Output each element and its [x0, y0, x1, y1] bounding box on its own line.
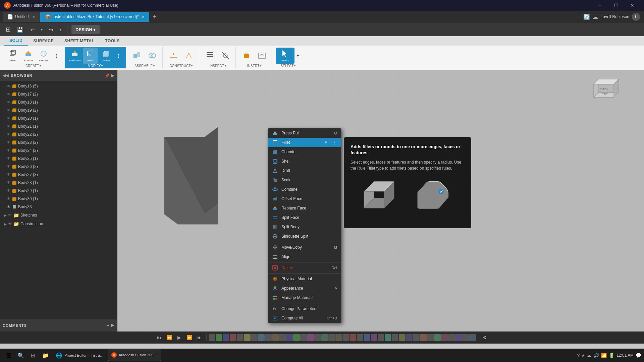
tab-sheet-metal[interactable]: SHEET METAL — [59, 36, 100, 46]
expand-icon[interactable]: ▶ — [4, 214, 7, 217]
timeline-item[interactable] — [279, 334, 286, 341]
tab-maze[interactable]: 📦 Instructables Maze Box Tutorial (v1~re… — [40, 12, 149, 22]
eye-icon[interactable]: 👁 — [8, 222, 12, 226]
expand-tray-icon[interactable]: ∧ — [582, 353, 585, 358]
eye-icon[interactable]: 👁 — [7, 204, 11, 209]
taskbar-item-browser[interactable]: 🌐 Project Editor – Instruc... — [52, 349, 108, 361]
eye-icon[interactable]: 👁 — [7, 196, 11, 201]
list-item[interactable]: 👁 Body24 (2) — [0, 146, 117, 155]
timeline-item[interactable] — [335, 334, 342, 341]
help-icon[interactable]: ? — [577, 353, 580, 358]
menu-item-chamfer[interactable]: Chamfer — [268, 147, 341, 157]
timeline-item[interactable] — [427, 334, 434, 341]
construct-btn2[interactable] — [181, 48, 196, 64]
insert-btn1[interactable] — [239, 48, 254, 64]
settings-icon[interactable]: ⚙ — [480, 333, 490, 342]
assemble-btn2[interactable] — [145, 48, 160, 64]
list-item[interactable]: 👁 Body22 (2) — [0, 130, 117, 138]
timeline-next[interactable]: ⏩ — [185, 333, 194, 342]
minimize-button[interactable]: − — [592, 0, 608, 11]
sketches-folder[interactable]: ▶ 👁 📁 Sketches — [0, 211, 117, 220]
construct-group-label[interactable]: CONSTRUCT▾ — [170, 64, 193, 68]
insert-btn2[interactable] — [255, 48, 269, 64]
timeline-item[interactable] — [462, 334, 469, 341]
view-cube[interactable]: BACK TOP — [584, 74, 624, 108]
timeline-item[interactable] — [300, 334, 307, 341]
undo-button[interactable]: ↩ — [27, 24, 38, 35]
timeline-item[interactable] — [223, 334, 229, 341]
more-modify-btn[interactable] — [114, 48, 123, 64]
timeline-item[interactable] — [251, 334, 258, 341]
taskbar-item-fusion[interactable]: A Autodesk Fusion 360 ... — [108, 349, 161, 361]
timeline-item[interactable] — [286, 334, 293, 341]
assemble-btn1[interactable] — [129, 48, 144, 64]
select-dropdown-btn[interactable]: ▾ — [295, 48, 301, 64]
timeline-item[interactable] — [357, 334, 363, 341]
menu-item-align[interactable]: Align — [268, 252, 341, 261]
timeline-item[interactable] — [265, 334, 272, 341]
list-item[interactable]: 👁 Body17 (2) — [0, 90, 117, 98]
tab-untitled[interactable]: 📄 Untitled ✕ — [3, 12, 40, 22]
list-item[interactable]: 👁 Body23 (2) — [0, 138, 117, 146]
eye-icon[interactable]: 👁 — [7, 172, 11, 177]
eye-icon[interactable]: 👁 — [7, 100, 11, 105]
new-tab-button[interactable]: + — [150, 12, 159, 21]
menu-item-change-parameters[interactable]: fx Change Parameters — [268, 304, 341, 313]
tab-solid[interactable]: SOLID — [4, 36, 28, 46]
select-group-label[interactable]: SELECT▾ — [281, 64, 296, 68]
eye-icon[interactable]: 👁 — [7, 148, 11, 153]
timeline-item[interactable] — [244, 334, 251, 341]
start-button[interactable]: ⊞ — [3, 349, 15, 361]
fillet-btn[interactable]: Fillet — [83, 48, 98, 64]
timeline-prev[interactable]: ⏪ — [165, 333, 174, 342]
fillet-more-btn[interactable]: ⋮ — [332, 140, 337, 145]
menu-item-scale[interactable]: Scale — [268, 175, 341, 185]
timeline-start[interactable]: ⏮ — [155, 333, 164, 342]
menu-item-split-face[interactable]: Split Face — [268, 213, 341, 222]
menu-item-replace-face[interactable]: Replace Face — [268, 203, 341, 213]
menu-item-combine[interactable]: Combine — [268, 185, 341, 194]
timeline-item[interactable] — [406, 334, 413, 341]
menu-item-fillet[interactable]: Fillet F ⋮ — [268, 138, 341, 147]
timeline-item[interactable] — [342, 334, 349, 341]
speaker-icon[interactable]: 🔊 — [593, 353, 599, 358]
expand-icon2[interactable]: ▶ — [4, 222, 7, 226]
expand-comments-icon[interactable]: ▶ — [111, 323, 114, 328]
timeline-item[interactable] — [350, 334, 356, 341]
insert-group-label[interactable]: INSERT▾ — [247, 64, 262, 68]
list-item[interactable]: 👁 Body29 (1) — [0, 187, 117, 195]
timeline-item[interactable] — [209, 334, 215, 341]
new-component-btn[interactable]: New — [5, 48, 20, 64]
create-group-label[interactable]: CREATE▾ — [25, 64, 41, 68]
eye-icon[interactable]: 👁 — [7, 108, 11, 113]
timeline-item[interactable] — [420, 334, 427, 341]
select-btn[interactable]: Select — [276, 48, 294, 64]
tab-tools[interactable]: TOOLS — [100, 36, 125, 46]
save-btn[interactable]: 💾 — [15, 24, 25, 35]
tab-close-icon[interactable]: ✕ — [32, 15, 35, 19]
expand-browser-icon[interactable]: ▶ — [111, 73, 114, 78]
timeline-item[interactable] — [237, 334, 244, 341]
search-button[interactable]: 🔍 — [15, 349, 27, 361]
timeline-item[interactable] — [469, 334, 476, 341]
inspect-btn2[interactable] — [218, 48, 233, 64]
assemble-group-label[interactable]: ASSEMBLE▾ — [135, 64, 155, 68]
timeline-item[interactable] — [385, 334, 391, 341]
list-item[interactable]: 👁 Body20 (1) — [0, 114, 117, 122]
tab-surface[interactable]: SURFACE — [28, 36, 59, 46]
eye-icon[interactable]: 👁 — [7, 164, 11, 169]
tab-close-icon2[interactable]: ✕ — [142, 15, 145, 19]
menu-item-compute-all[interactable]: Compute All Ctrl+B — [268, 313, 341, 323]
eye-icon[interactable]: 👁 — [7, 132, 11, 137]
menu-item-manage-materials[interactable]: Manage Materials — [268, 293, 341, 302]
timeline-item[interactable] — [378, 334, 384, 341]
eye-icon[interactable]: 👁 — [7, 116, 11, 121]
timeline-item[interactable] — [455, 334, 462, 341]
maximize-button[interactable]: ☐ — [608, 0, 624, 11]
cloud-tray-icon[interactable]: ☁ — [587, 353, 591, 358]
redo-dropdown[interactable]: ▾ — [58, 24, 63, 35]
timeline-item[interactable] — [448, 334, 455, 341]
menu-item-press-pull[interactable]: Press Pull Q — [268, 128, 341, 138]
list-item[interactable]: 👁 Body27 (3) — [0, 171, 117, 179]
timeline-item[interactable] — [413, 334, 420, 341]
